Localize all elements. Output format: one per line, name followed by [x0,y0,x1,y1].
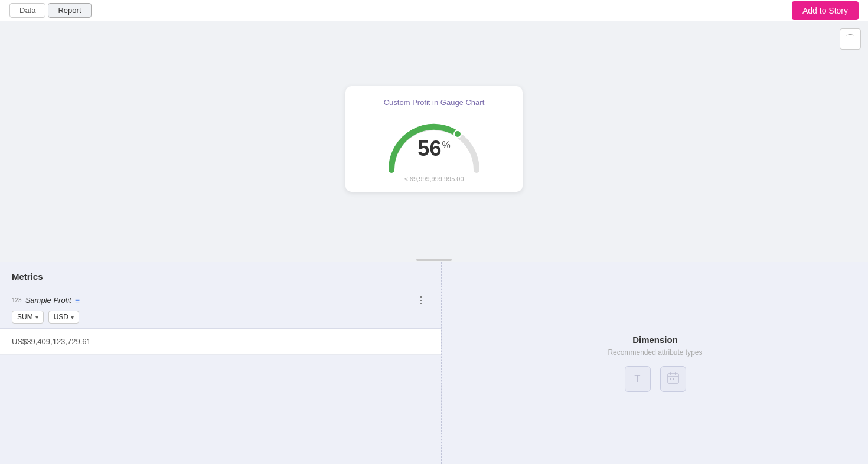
tab-group: Data Report [9,3,92,18]
metric-value: US$39,409,123,729.61 [12,337,91,346]
dimension-title: Dimension [632,335,678,345]
gauge-value: 56% [417,136,450,161]
settings-icon: ⌒ [846,33,855,45]
metric-title-left: 123 Sample Profit ≡ [12,296,80,305]
scroll-indicator [0,257,868,262]
filter-icon[interactable]: ≡ [75,296,80,305]
gauge-percent: % [442,140,450,151]
metric-row: 123 Sample Profit ≡ ⋮ SUM ▾ USD ▾ [0,289,441,324]
tab-report[interactable]: Report [48,3,91,18]
dimension-subtitle: Recommended attribute types [608,348,702,357]
scroll-thumb [416,259,452,261]
bottom-section: Metrics 123 Sample Profit ≡ ⋮ SUM ▾ [0,262,868,464]
metric-name: Sample Profit [25,296,71,305]
calendar-type-icon [660,366,686,392]
usd-chevron-icon: ▾ [71,314,74,321]
sum-label: SUM [17,313,33,321]
settings-button[interactable]: ⌒ [840,28,861,50]
metric-num-badge: 123 [12,297,22,303]
metrics-panel: Metrics 123 Sample Profit ≡ ⋮ SUM ▾ [0,262,442,464]
svg-rect-5 [670,378,671,380]
usd-label: USD [54,313,68,321]
chart-area: ⌒ Custom Profit in Gauge Chart 56% [0,21,868,257]
dimension-icons: T [625,366,686,392]
calendar-icon [667,371,680,387]
metrics-header: Metrics [0,262,441,289]
usd-dropdown[interactable]: USD ▾ [48,311,79,324]
metric-title-row: 123 Sample Profit ≡ ⋮ [12,293,429,307]
add-to-story-button[interactable]: Add to Story [792,1,859,20]
dimension-panel: Dimension Recommended attribute types T [442,262,868,464]
main-content: ⌒ Custom Profit in Gauge Chart 56% [0,21,868,464]
gauge-card: Custom Profit in Gauge Chart 56% < 69,99… [345,86,523,192]
gauge-title: Custom Profit in Gauge Chart [363,98,505,107]
text-icon: T [635,374,641,384]
metric-value-row: US$39,409,123,729.61 [0,329,441,355]
tab-data[interactable]: Data [9,3,45,18]
gauge-chart: 56% [381,114,487,173]
text-type-icon: T [625,366,651,392]
gauge-subtitle: < 69,999,999,995.00 [363,175,505,182]
metric-controls: SUM ▾ USD ▾ [12,311,429,324]
more-options-button[interactable]: ⋮ [413,293,429,307]
sum-chevron-icon: ▾ [35,314,38,321]
sum-dropdown[interactable]: SUM ▾ [12,311,44,324]
svg-point-0 [454,130,461,138]
svg-rect-6 [673,378,674,380]
top-bar: Data Report Add to Story [0,0,868,21]
